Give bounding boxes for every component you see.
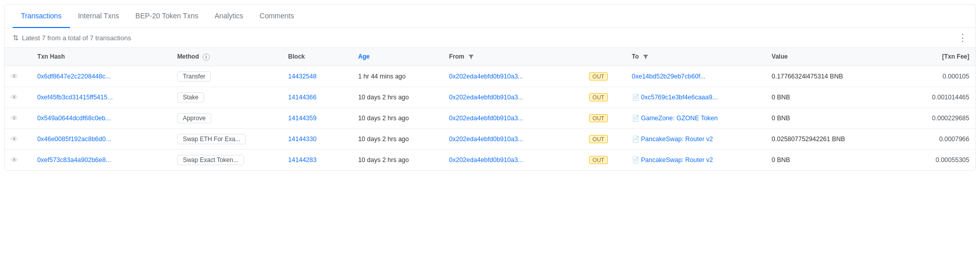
col-header-direction [583, 48, 626, 66]
block-link[interactable]: 14144283 [288, 156, 317, 164]
from-filter-icon[interactable] [468, 54, 474, 60]
table-row: 👁0x549a0644dcdf68c0eb...Approve141443591… [5, 108, 975, 128]
toolbar: ⇅ Latest 7 from a total of 7 transaction… [5, 28, 975, 48]
fee-cell: 0.001014465 [905, 87, 975, 108]
method-info-icon[interactable]: i [203, 54, 210, 61]
table-row: 👁0xef45fb3cd31415ff5415...Stake141443661… [5, 87, 975, 108]
from-address-link[interactable]: 0x202eda4ebfd0b910a3... [449, 156, 523, 164]
tab-comments[interactable]: Comments [252, 5, 303, 28]
txn-hash-link[interactable]: 0x6df8647e2c2208448c... [37, 73, 111, 80]
col-header-eye [5, 48, 31, 66]
col-header-block: Block [282, 48, 352, 66]
from-address-link[interactable]: 0x202eda4ebfd0b910a3... [449, 115, 523, 122]
block-link[interactable]: 14144366 [288, 94, 317, 101]
col-header-value: Value [766, 48, 905, 66]
transactions-table: Txn Hash Method i Block Age From To [5, 48, 975, 170]
method-badge: Swap ETH For Exa... [177, 134, 246, 144]
block-link[interactable]: 14432548 [288, 73, 317, 80]
tab-bep20-token-txns[interactable]: BEP-20 Token Txns [127, 5, 206, 28]
sort-icon: ⇅ [13, 34, 19, 42]
value-cell: 0 BNB [766, 149, 905, 170]
contract-icon: 📄 [632, 94, 640, 101]
table-row: 👁0xef573c83a4a902b6e8...Swap Exact Token… [5, 149, 975, 170]
col-header-to: To [626, 48, 766, 66]
tab-bar: Transactions Internal Txns BEP-20 Token … [5, 5, 975, 28]
contract-icon: 📄 [632, 136, 640, 143]
txn-hash-link[interactable]: 0xef573c83a4a902b6e8... [37, 156, 111, 164]
transactions-table-wrapper: Txn Hash Method i Block Age From To [5, 48, 975, 170]
direction-badge: OUT [589, 93, 608, 101]
value-cell: 0.025807752942261 BNB [766, 128, 905, 149]
to-address-link[interactable]: PancakeSwap: Router v2 [641, 156, 713, 164]
eye-icon[interactable]: 👁 [11, 93, 18, 101]
method-badge: Approve [177, 113, 211, 123]
eye-icon[interactable]: 👁 [11, 72, 18, 81]
method-badge: Transfer [177, 71, 211, 82]
value-cell: 0 BNB [766, 87, 905, 108]
direction-badge: OUT [589, 114, 608, 122]
fee-cell: 0.0007966 [905, 128, 975, 149]
from-address-link[interactable]: 0x202eda4ebfd0b910a3... [449, 136, 523, 143]
to-address-link[interactable]: 0xe14bd52b29eb7cb60f... [632, 73, 706, 80]
fee-cell: 0.000105 [905, 66, 975, 87]
txn-hash-link[interactable]: 0x46e0085f192ac8b6d0... [37, 136, 111, 143]
age-cell: 1 hr 44 mins ago [352, 66, 443, 87]
col-header-age: Age [352, 48, 443, 66]
table-body: 👁0x6df8647e2c2208448c...Transfer14432548… [5, 66, 975, 170]
direction-badge: OUT [589, 156, 608, 164]
table-header-row: Txn Hash Method i Block Age From To [5, 48, 975, 66]
age-cell: 10 days 2 hrs ago [352, 149, 443, 170]
eye-icon[interactable]: 👁 [11, 114, 18, 122]
from-address-link[interactable]: 0x202eda4ebfd0b910a3... [449, 73, 523, 80]
col-header-method: Method i [171, 48, 282, 66]
more-options-button[interactable]: ⋮ [958, 33, 967, 42]
toolbar-summary-text: Latest 7 from a total of 7 transactions [22, 34, 131, 42]
age-cell: 10 days 2 hrs ago [352, 128, 443, 149]
to-filter-icon[interactable] [643, 54, 649, 60]
from-address-link[interactable]: 0x202eda4ebfd0b910a3... [449, 94, 523, 101]
main-container: Transactions Internal Txns BEP-20 Token … [4, 4, 976, 171]
table-row: 👁0x6df8647e2c2208448c...Transfer14432548… [5, 66, 975, 87]
tab-analytics[interactable]: Analytics [207, 5, 252, 28]
col-header-txn-fee: [Txn Fee] [905, 48, 975, 66]
to-address-link[interactable]: PancakeSwap: Router v2 [641, 136, 713, 143]
age-cell: 10 days 2 hrs ago [352, 108, 443, 128]
direction-badge: OUT [589, 72, 608, 81]
fee-cell: 0.00055305 [905, 149, 975, 170]
txn-hash-link[interactable]: 0x549a0644dcdf68c0eb... [37, 115, 111, 122]
age-cell: 10 days 2 hrs ago [352, 87, 443, 108]
fee-cell: 0.000229685 [905, 108, 975, 128]
table-row: 👁0x46e0085f192ac8b6d0...Swap ETH For Exa… [5, 128, 975, 149]
txn-hash-link[interactable]: 0xef45fb3cd31415ff5415... [37, 94, 113, 101]
col-header-from: From [443, 48, 583, 66]
to-address-link[interactable]: 0xc5769c1e3bf4e6caaa9... [641, 94, 718, 101]
value-cell: 0.17766324l475314 BNB [766, 66, 905, 87]
contract-icon: 📄 [632, 115, 640, 122]
method-badge: Swap Exact Token... [177, 155, 244, 165]
tab-internal-txns[interactable]: Internal Txns [70, 5, 128, 28]
col-header-txn-hash: Txn Hash [31, 48, 171, 66]
eye-icon[interactable]: 👁 [11, 135, 18, 143]
tab-transactions[interactable]: Transactions [13, 5, 70, 28]
eye-icon[interactable]: 👁 [11, 156, 18, 164]
value-cell: 0 BNB [766, 108, 905, 128]
block-link[interactable]: 14144330 [288, 136, 317, 143]
toolbar-summary-area: ⇅ Latest 7 from a total of 7 transaction… [13, 34, 131, 42]
to-address-link[interactable]: GameZone: GZONE Token [641, 115, 718, 122]
contract-icon: 📄 [632, 156, 640, 164]
block-link[interactable]: 14144359 [288, 115, 317, 122]
method-badge: Stake [177, 92, 204, 102]
direction-badge: OUT [589, 135, 608, 143]
